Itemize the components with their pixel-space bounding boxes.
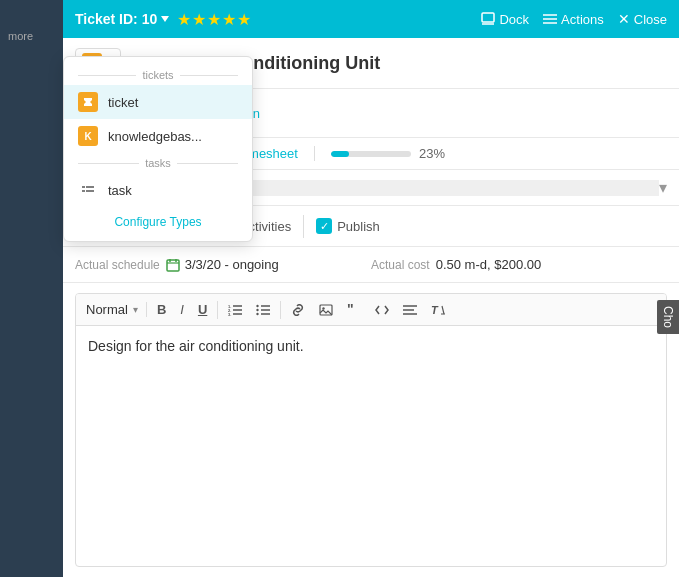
actual-cost-value: 0.50 m-d, $200.00 xyxy=(436,257,542,272)
align-button[interactable] xyxy=(399,302,421,318)
code-icon xyxy=(375,304,389,316)
link-button[interactable] xyxy=(287,302,309,318)
image-button[interactable] xyxy=(315,302,337,318)
image-editor-icon xyxy=(319,304,333,316)
tickets-section-label: tickets xyxy=(64,65,252,85)
actual-cost-label: Actual cost xyxy=(371,258,430,272)
style-chevron-icon: ▾ xyxy=(133,304,138,315)
clear-format-icon: T xyxy=(431,304,445,316)
progress-section: 23% xyxy=(315,146,445,161)
svg-text:T: T xyxy=(431,304,439,316)
star-2: ★ xyxy=(192,10,206,29)
clear-format-button[interactable]: T xyxy=(427,302,449,318)
editor-area: Normal ▾ B I U 1.2.3. " xyxy=(75,293,667,567)
configure-types-link[interactable]: Configure Types xyxy=(64,207,252,233)
tasks-section-label: tasks xyxy=(64,153,252,173)
unordered-list-icon xyxy=(256,304,270,316)
knowledge-item-label: knowledgebas... xyxy=(108,129,202,144)
knowledge-item-icon: K xyxy=(78,126,98,146)
more-text: more xyxy=(8,30,33,42)
progress-bar xyxy=(331,151,411,157)
left-sidebar: more xyxy=(0,0,63,577)
close-button[interactable]: ✕ Close xyxy=(618,11,667,27)
star-4: ★ xyxy=(222,10,236,29)
progress-fill xyxy=(331,151,349,157)
publish-button[interactable]: ✓ Publish xyxy=(304,214,392,238)
italic-button[interactable]: I xyxy=(176,300,188,319)
svg-rect-17 xyxy=(167,260,179,271)
underline-button[interactable]: U xyxy=(194,300,211,319)
editor-toolbar: Normal ▾ B I U 1.2.3. " xyxy=(76,294,666,326)
publish-checkbox-icon: ✓ xyxy=(316,218,332,234)
close-x-icon: ✕ xyxy=(618,11,630,27)
actual-schedule-label: Actual schedule xyxy=(75,258,160,272)
toolbar-divider-2 xyxy=(280,301,281,319)
svg-text:": " xyxy=(347,304,354,316)
ticket-icon xyxy=(82,96,94,108)
task-icon xyxy=(81,183,95,197)
svg-rect-0 xyxy=(482,13,494,22)
type-dropdown: tickets ticket K knowledgebas... tasks t… xyxy=(63,56,253,242)
dropdown-knowledge-item[interactable]: K knowledgebas... xyxy=(64,119,252,153)
schedule-item: Actual schedule 3/3/20 - ongoing xyxy=(75,257,371,272)
actual-schedule-value: 3/3/20 - ongoing xyxy=(166,257,279,272)
ordered-list-icon: 1.2.3. xyxy=(228,304,242,316)
align-icon xyxy=(403,304,417,316)
blockquote-button[interactable]: " xyxy=(343,302,365,318)
ticket-item-label: ticket xyxy=(108,95,138,110)
dropdown-task-item[interactable]: task xyxy=(64,173,252,207)
actions-button[interactable]: Actions xyxy=(543,12,604,27)
star-5: ★ xyxy=(237,10,251,29)
dropdown-ticket-item[interactable]: ticket xyxy=(64,85,252,119)
ticket-item-icon xyxy=(78,92,98,112)
progress-percent: 23% xyxy=(419,146,445,161)
star-3: ★ xyxy=(207,10,221,29)
dock-icon xyxy=(481,12,495,26)
cost-item: Actual cost 0.50 m-d, $200.00 xyxy=(371,257,667,272)
svg-line-40 xyxy=(442,306,444,314)
style-selector[interactable]: Normal ▾ xyxy=(86,302,147,317)
top-bar: Ticket ID: 10 ★ ★ ★ ★ ★ Dock Actions ✕ xyxy=(63,0,679,38)
bold-button[interactable]: B xyxy=(153,300,170,319)
svg-point-31 xyxy=(257,308,259,310)
ticket-id[interactable]: Ticket ID: 10 xyxy=(75,11,169,27)
blockquote-icon: " xyxy=(347,304,361,316)
top-bar-right: Dock Actions ✕ Close xyxy=(481,11,667,27)
link-editor-icon xyxy=(291,304,305,316)
schedule-row: Actual schedule 3/3/20 - ongoing Actual … xyxy=(63,247,679,283)
editor-text: Design for the air conditioning unit. xyxy=(88,338,304,354)
unordered-list-button[interactable] xyxy=(252,302,274,318)
ticket-id-chevron-icon xyxy=(161,16,169,22)
editor-content[interactable]: Design for the air conditioning unit. xyxy=(76,326,666,566)
hamburger-icon xyxy=(543,14,557,24)
dock-button[interactable]: Dock xyxy=(481,12,529,27)
svg-point-32 xyxy=(257,312,259,314)
choose-badge: Cho xyxy=(657,300,679,334)
task-item-icon xyxy=(78,180,98,200)
subitem-chevron-icon: ▾ xyxy=(659,178,667,197)
star-rating[interactable]: ★ ★ ★ ★ ★ xyxy=(177,10,251,29)
task-item-label: task xyxy=(108,183,132,198)
ordered-list-button[interactable]: 1.2.3. xyxy=(224,302,246,318)
code-button[interactable] xyxy=(371,302,393,318)
svg-point-34 xyxy=(323,307,325,309)
svg-point-30 xyxy=(257,304,259,306)
top-bar-left: Ticket ID: 10 ★ ★ ★ ★ ★ xyxy=(75,10,251,29)
svg-text:3.: 3. xyxy=(228,311,231,316)
star-1: ★ xyxy=(177,10,191,29)
toolbar-divider-1 xyxy=(217,301,218,319)
calendar-icon xyxy=(166,258,180,272)
